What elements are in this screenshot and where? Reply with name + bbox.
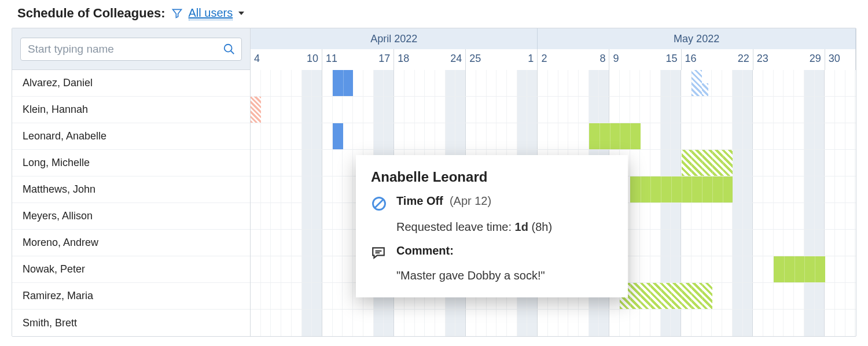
day-cell[interactable] (804, 70, 815, 96)
day-cell[interactable] (794, 150, 804, 176)
day-cell[interactable] (845, 230, 856, 256)
day-cell[interactable] (455, 70, 466, 96)
day-cell[interactable] (753, 283, 763, 309)
day-cell[interactable] (712, 123, 722, 149)
day-cell[interactable] (661, 310, 671, 336)
day-cell[interactable] (374, 310, 384, 336)
day-cell[interactable] (743, 97, 753, 123)
day-cell[interactable] (363, 123, 374, 149)
day-cell[interactable] (692, 256, 702, 282)
day-cell[interactable] (589, 310, 599, 336)
day-cell[interactable] (363, 310, 374, 336)
day-cell[interactable] (702, 203, 712, 229)
day-cell[interactable] (302, 283, 312, 309)
day-cell[interactable] (804, 283, 815, 309)
day-cell[interactable] (251, 256, 261, 282)
day-cell[interactable] (281, 230, 292, 256)
day-cell[interactable] (394, 310, 404, 336)
day-cell[interactable] (251, 123, 261, 149)
day-cell[interactable] (640, 230, 650, 256)
day-cell[interactable] (794, 97, 804, 123)
day-cell[interactable] (804, 310, 815, 336)
day-cell[interactable] (527, 310, 538, 336)
day-cell[interactable] (333, 230, 343, 256)
day-cell[interactable] (835, 256, 845, 282)
day-cell[interactable] (712, 203, 722, 229)
day-cell[interactable] (261, 97, 271, 123)
day-cell[interactable] (487, 310, 497, 336)
day-cell[interactable] (774, 97, 784, 123)
filter-icon[interactable] (171, 8, 183, 19)
day-cell[interactable] (271, 203, 281, 229)
day-cell[interactable] (322, 123, 333, 149)
day-cell[interactable] (835, 310, 845, 336)
day-cell[interactable] (261, 150, 271, 176)
day-cell[interactable] (322, 97, 333, 123)
day-cell[interactable] (394, 97, 404, 123)
day-cell[interactable] (415, 97, 425, 123)
day-cell[interactable] (353, 310, 363, 336)
day-cell[interactable] (753, 310, 763, 336)
day-cell[interactable] (804, 176, 815, 203)
day-cell[interactable] (661, 256, 671, 282)
day-cell[interactable] (743, 230, 753, 256)
day-cell[interactable] (712, 230, 722, 256)
day-cell[interactable] (835, 176, 845, 203)
day-cell[interactable] (538, 97, 548, 123)
day-cell[interactable] (281, 310, 292, 336)
day-cell[interactable] (302, 230, 312, 256)
day-cell[interactable] (815, 203, 825, 229)
day-cell[interactable] (743, 203, 753, 229)
day-cell[interactable] (743, 176, 753, 203)
search-icon[interactable] (223, 43, 236, 56)
day-cell[interactable] (251, 203, 261, 229)
day-cell[interactable] (558, 70, 569, 96)
day-cell[interactable] (374, 70, 384, 96)
day-cell[interactable] (835, 283, 845, 309)
day-cell[interactable] (692, 123, 702, 149)
day-cell[interactable] (476, 123, 487, 149)
day-cell[interactable] (722, 123, 733, 149)
day-cell[interactable] (261, 203, 271, 229)
day-cell[interactable] (825, 203, 835, 229)
day-cell[interactable] (630, 203, 641, 229)
day-cell[interactable] (487, 97, 497, 123)
day-cell[interactable] (692, 230, 702, 256)
day-cell[interactable] (753, 97, 763, 123)
day-cell[interactable] (333, 176, 343, 203)
day-cell[interactable] (281, 283, 292, 309)
day-cell[interactable] (753, 123, 763, 149)
day-cell[interactable] (733, 123, 743, 149)
day-cell[interactable] (271, 70, 281, 96)
day-cell[interactable] (261, 310, 271, 336)
day-cell[interactable] (384, 310, 394, 336)
day-cell[interactable] (681, 97, 692, 123)
day-cell[interactable] (784, 97, 794, 123)
day-cell[interactable] (599, 70, 609, 96)
day-cell[interactable] (671, 230, 681, 256)
day-cell[interactable] (815, 310, 825, 336)
day-cell[interactable] (702, 310, 712, 336)
day-cell[interactable] (589, 70, 599, 96)
day-cell[interactable] (774, 230, 784, 256)
day-cell[interactable] (415, 70, 425, 96)
day-cell[interactable] (609, 70, 620, 96)
day-cell[interactable] (538, 123, 548, 149)
day-cell[interactable] (476, 97, 487, 123)
day-cell[interactable] (630, 256, 641, 282)
day-cell[interactable] (384, 97, 394, 123)
day-cell[interactable] (394, 123, 404, 149)
day-cell[interactable] (496, 123, 507, 149)
day-cell[interactable] (702, 123, 712, 149)
day-cell[interactable] (455, 310, 466, 336)
day-cell[interactable] (794, 283, 804, 309)
filter-users-dropdown[interactable]: All users (189, 6, 233, 20)
day-cell[interactable] (835, 203, 845, 229)
day-cell[interactable] (620, 310, 630, 336)
day-cell[interactable] (712, 97, 722, 123)
day-cell[interactable] (650, 256, 661, 282)
day-cell[interactable] (343, 150, 353, 176)
day-cell[interactable] (671, 123, 681, 149)
day-cell[interactable] (845, 123, 856, 149)
day-cell[interactable] (446, 310, 456, 336)
